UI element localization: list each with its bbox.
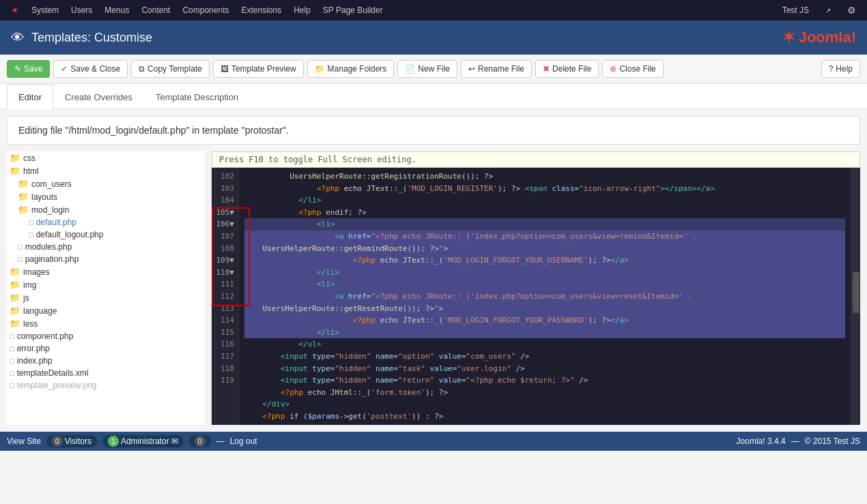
tree-item-mod-login[interactable]: 📁 mod_login — [7, 203, 205, 216]
copy-icon: ⧉ — [139, 64, 145, 74]
settings-icon[interactable]: ⚙ — [842, 2, 862, 18]
rename-icon: ↩ — [468, 64, 475, 74]
code-line-112: </li> — [244, 327, 845, 339]
code-line-108: </li> — [244, 267, 845, 279]
menu-extensions[interactable]: Extensions — [236, 3, 287, 18]
code-line-110b: UsersHelperRoute::getResetRoute()); ?>"> — [244, 303, 845, 315]
tree-item-pagination-php[interactable]: □ pagination.php — [7, 253, 205, 265]
code-text-area[interactable]: UsersHelperRoute::getRegistrationRoute()… — [239, 168, 851, 425]
delete-icon: ✖ — [543, 64, 550, 74]
menu-users[interactable]: Users — [66, 3, 98, 18]
template-preview-button[interactable]: 🖼 Template Preview — [213, 60, 304, 78]
menu-help[interactable]: Help — [288, 3, 316, 18]
line-numbers: 102 103 104 105▼ 106▼ 107 108 109▼ 110▼ … — [212, 168, 239, 425]
close-file-button[interactable]: ⊗ Close File — [602, 60, 663, 78]
tree-item-html[interactable]: 📁 html — [7, 164, 205, 177]
code-notice: Press F10 to toggle Full Screen editing. — [212, 151, 860, 168]
code-line-111: <?php echo JText::_('MOD_LOGIN_FORGOT_YO… — [244, 314, 845, 327]
joomla-star-icon: ✶ — [5, 2, 25, 18]
code-line-107: <?php echo JText::_('MOD_LOGIN_FORGOT_YO… — [244, 254, 845, 267]
tab-template-description[interactable]: Template Description — [144, 85, 250, 109]
tab-create-overrides[interactable]: Create Overrides — [53, 85, 144, 109]
tree-item-js[interactable]: 📁 js — [7, 291, 205, 304]
tree-item-layouts[interactable]: 📁 layouts — [7, 190, 205, 203]
messages-badge: 0 — [189, 435, 211, 447]
tree-item-template-details-xml[interactable]: □ templateDetails.xml — [7, 367, 205, 379]
menu-system[interactable]: System — [26, 3, 64, 18]
save-button[interactable]: ✎ Save — [7, 60, 50, 78]
tree-item-images[interactable]: 📁 images — [7, 265, 205, 278]
file-tree: 📁 css 📁 html 📁 com_users 📁 layouts 📁 mod… — [7, 151, 205, 425]
file-icon-pagination-php: □ — [18, 255, 23, 263]
code-line-110: <a href="<?php echo JRoute::_('index.php… — [244, 291, 845, 303]
tree-item-error-php[interactable]: □ error.php — [7, 342, 205, 355]
code-line-117: <?php echo JHtml::_('form.token'); ?> — [244, 387, 845, 399]
code-line-105: <li> — [244, 218, 845, 231]
delete-file-button[interactable]: ✖ Delete File — [535, 60, 599, 78]
code-content: 102 103 104 105▼ 106▼ 107 108 109▼ 110▼ … — [212, 168, 860, 425]
tree-item-default-php[interactable]: □ default.php — [7, 216, 205, 228]
tree-item-default-logout-php[interactable]: □ default_logout.php — [7, 228, 205, 241]
menu-content[interactable]: Content — [136, 3, 175, 18]
tree-item-index-php[interactable]: □ index.php — [7, 355, 205, 367]
main-split: 📁 css 📁 html 📁 com_users 📁 layouts 📁 mod… — [0, 151, 867, 432]
menu-sp-page-builder[interactable]: SP Page Builder — [317, 3, 388, 18]
code-editor[interactable]: Press F10 to toggle Full Screen editing.… — [212, 151, 860, 425]
tab-editor[interactable]: Editor — [7, 85, 53, 109]
tree-item-less[interactable]: 📁 less — [7, 317, 205, 330]
code-line-109: <li> — [244, 278, 845, 291]
content-area: Editing file "/html/mod_login/default.ph… — [0, 109, 867, 432]
joomla-version: Joomla! 3.4.4 — [737, 436, 786, 446]
file-icon-template-details-xml: □ — [10, 369, 14, 377]
visitors-badge: 0 Visitors — [46, 435, 97, 447]
envelope-icon: ✉ — [171, 436, 178, 446]
menu-menus[interactable]: Menus — [99, 3, 134, 18]
editing-info-text: Editing file "/html/mod_login/default.ph… — [18, 125, 289, 136]
tree-item-template-preview-png[interactable]: □ template_preview.png — [7, 379, 205, 391]
toolbar: ✎ Save ✔ Save & Close ⧉ Copy Template 🖼 … — [0, 55, 867, 84]
view-site-link[interactable]: View Site — [7, 436, 41, 446]
rename-file-button[interactable]: ↩ Rename File — [461, 60, 532, 78]
tree-item-component-php[interactable]: □ component.php — [7, 330, 205, 342]
tree-item-css[interactable]: 📁 css — [7, 151, 205, 164]
admin-count: 1 — [108, 436, 119, 447]
file-icon-template-preview-png: □ — [10, 381, 14, 389]
folder-icon-layouts: 📁 — [18, 192, 29, 202]
code-line-114: <input type="hidden" name="option" value… — [244, 351, 845, 363]
code-line-106: <a href="<?php echo JRoute::_('index.php… — [244, 231, 845, 243]
menu-components[interactable]: Components — [177, 3, 234, 18]
folder-icon-less: 📁 — [10, 318, 20, 329]
header-bar: 👁 Templates: Customise ✶ Joomla! — [0, 20, 867, 55]
tree-item-language[interactable]: 📁 language — [7, 304, 205, 317]
scrollbar-thumb[interactable] — [853, 272, 859, 313]
tree-item-com-users[interactable]: 📁 com_users — [7, 177, 205, 190]
help-button[interactable]: ? Help — [821, 60, 860, 78]
top-menu-bar: ✶ System Users Menus Content Components … — [0, 0, 867, 20]
folder-icon-css: 📁 — [10, 153, 20, 163]
code-line-118: </div> — [244, 398, 845, 411]
code-line-115: <input type="hidden" name="task" value="… — [244, 363, 845, 375]
file-icon-error-php: □ — [10, 344, 14, 353]
file-icon-component-php: □ — [10, 332, 14, 340]
tree-item-img[interactable]: 📁 img — [7, 278, 205, 291]
scrollbar[interactable] — [851, 168, 860, 425]
folder-icon-com-users: 📁 — [18, 179, 29, 189]
user-name[interactable]: Test JS — [777, 3, 814, 18]
eye-icon: 👁 — [11, 30, 25, 46]
messages-count: 0 — [195, 436, 205, 447]
manage-folders-button[interactable]: 📁 Manage Folders — [307, 60, 395, 78]
tree-item-modules-php[interactable]: □ modules.php — [7, 241, 205, 253]
visitors-label: Visitors — [65, 436, 91, 446]
new-file-button[interactable]: 📄 New File — [397, 60, 457, 78]
logout-link[interactable]: Log out — [230, 436, 257, 446]
admin-label: Administrator — [121, 436, 169, 446]
code-line-end-li1: </li> — [244, 194, 845, 207]
admin-badge: 1 Administrator ✉ — [102, 435, 184, 447]
save-close-button[interactable]: ✔ Save & Close — [53, 60, 128, 78]
copy-template-button[interactable]: ⧉ Copy Template — [131, 60, 210, 78]
close-icon: ⊗ — [610, 64, 616, 74]
folder-icon-images: 📁 — [10, 267, 20, 277]
copyright: © 2015 Test JS — [805, 436, 860, 446]
visitors-count: 0 — [52, 436, 63, 447]
file-icon-default-logout-php: □ — [29, 231, 33, 239]
